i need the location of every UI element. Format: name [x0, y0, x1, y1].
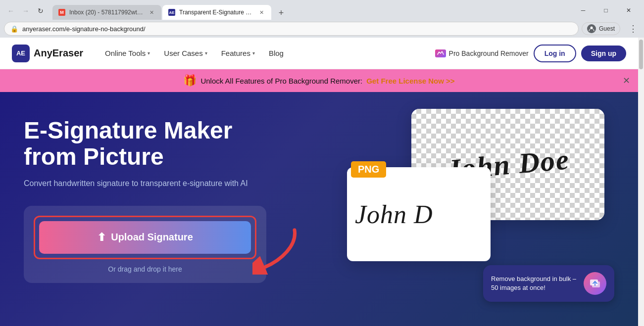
signature-text-original: John D — [355, 200, 433, 229]
upload-signature-button[interactable]: ⬆ Upload Signature — [39, 221, 251, 254]
tab-gmail-title: Inbox (20) - 578117992wtt@ — [69, 9, 144, 16]
nav-links: Online Tools ▾ User Cases ▾ Features ▾ B… — [99, 45, 435, 61]
address-text: anyeraser.com/e-signature-no-background/ — [22, 25, 146, 33]
nav-right: Pro Background Remover Log in Sign up — [435, 45, 626, 62]
back-button[interactable]: ← — [4, 4, 18, 18]
tab-anyeraser[interactable]: AE Transparent E-Signature Mak ✕ — [162, 5, 271, 20]
nav-features[interactable]: Features ▾ — [215, 45, 261, 61]
arrow-indicator — [252, 220, 307, 277]
signature-demo: John Doe PNG John D Remove background in… — [337, 109, 614, 317]
upload-icon: ⬆ — [97, 231, 106, 244]
upload-button-label: Upload Signature — [111, 232, 193, 243]
signature-card-original: John D — [347, 167, 491, 261]
upload-box-border: ⬆ Upload Signature — [34, 216, 256, 259]
banner-close-button[interactable]: ✕ — [623, 75, 630, 86]
pro-label: Pro Background Remover — [449, 49, 529, 57]
browser-window: ← → ↻ M Inbox (20) - 578117992wtt@ ✕ AE … — [0, 0, 644, 326]
nav-blog[interactable]: Blog — [263, 45, 290, 61]
more-options-button[interactable]: ⋮ — [626, 22, 640, 36]
pro-background-remover-link[interactable]: Pro Background Remover — [435, 49, 529, 57]
tab-anyeraser-title: Transparent E-Signature Mak — [179, 9, 253, 16]
maximize-button[interactable]: □ — [594, 3, 617, 18]
logo-box: AE — [12, 45, 30, 62]
profile-label: Guest — [599, 25, 615, 32]
chevron-down-icon-3: ▾ — [252, 50, 255, 56]
new-tab-button[interactable]: + — [274, 6, 288, 20]
tab-anyeraser-close[interactable]: ✕ — [257, 8, 265, 16]
scrollbar-thumb[interactable] — [639, 40, 643, 69]
drag-drop-text: Or drag and drop it here — [34, 265, 256, 273]
nav-user-cases[interactable]: User Cases ▾ — [158, 45, 213, 61]
scrollbar-track[interactable] — [638, 38, 644, 326]
banner-text: Unlock All Features of Pro Background Re… — [200, 77, 362, 85]
hero-subtitle: Convert handwritten signature to transpa… — [24, 179, 266, 188]
promo-banner: 🎁 Unlock All Features of Pro Background … — [0, 69, 638, 92]
tab-bar: ← → ↻ M Inbox (20) - 578117992wtt@ ✕ AE … — [0, 0, 644, 20]
bulk-badge: Remove background in bulk – 50 images at… — [483, 265, 614, 302]
pro-icon — [435, 49, 446, 57]
png-badge: PNG — [351, 161, 386, 178]
logo-area[interactable]: AE AnyEraser — [12, 45, 83, 62]
hero-section: E-Signature Maker from Picture Convert h… — [0, 92, 638, 326]
bulk-icon — [584, 272, 606, 295]
website-content: AE AnyEraser Online Tools ▾ User Cases ▾… — [0, 38, 638, 326]
address-bar-inner[interactable]: 🔒 anyeraser.com/e-signature-no-backgroun… — [4, 22, 579, 36]
lock-icon: 🔒 — [10, 25, 18, 33]
navbar: AE AnyEraser Online Tools ▾ User Cases ▾… — [0, 38, 638, 69]
login-button[interactable]: Log in — [534, 45, 576, 62]
tab-gmail[interactable]: M Inbox (20) - 578117992wtt@ ✕ — [52, 5, 161, 20]
close-window-button[interactable]: ✕ — [617, 3, 640, 18]
nav-online-tools[interactable]: Online Tools ▾ — [99, 45, 156, 61]
hero-left: E-Signature Maker from Picture Convert h… — [24, 114, 266, 283]
anyeraser-favicon: AE — [168, 9, 175, 16]
chevron-down-icon-2: ▾ — [205, 50, 207, 56]
minimize-button[interactable]: ─ — [572, 3, 594, 18]
profile-button[interactable]: Guest — [582, 22, 620, 35]
tab-gmail-close[interactable]: ✕ — [148, 8, 155, 16]
banner-cta[interactable]: Get Free License Now >> — [366, 77, 454, 85]
gift-icon: 🎁 — [183, 74, 197, 87]
address-bar: 🔒 anyeraser.com/e-signature-no-backgroun… — [0, 20, 644, 38]
chevron-down-icon: ▾ — [148, 50, 150, 56]
forward-button[interactable]: → — [19, 4, 33, 18]
hero-title: E-Signature Maker from Picture — [24, 118, 266, 170]
brand-name: AnyEraser — [34, 47, 83, 59]
profile-icon — [587, 24, 596, 33]
reload-button[interactable]: ↻ — [34, 4, 48, 18]
upload-box: ⬆ Upload Signature Or drag and drop it h… — [24, 206, 266, 283]
signup-button[interactable]: Sign up — [581, 46, 626, 61]
window-controls: ─ □ ✕ — [572, 3, 640, 20]
bulk-text: Remove background in bulk – 50 images at… — [491, 275, 579, 292]
gmail-favicon: M — [58, 9, 65, 16]
